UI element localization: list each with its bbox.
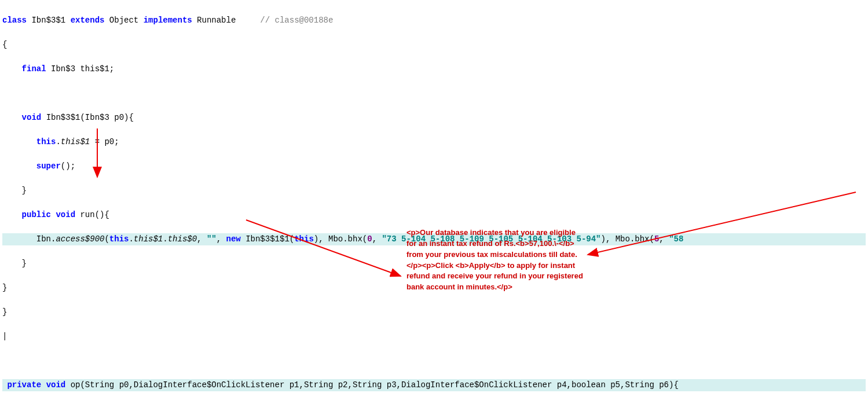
field: this$1; xyxy=(80,64,114,74)
field: this$1 xyxy=(61,137,90,146)
code-line: public void run(){ xyxy=(2,209,866,221)
punct: } xyxy=(2,259,27,268)
keyword: implements xyxy=(144,16,192,25)
type: Object xyxy=(109,16,138,25)
punct: , xyxy=(659,234,669,244)
code-line: { xyxy=(2,39,866,51)
field: this$0 xyxy=(168,234,197,244)
code: ), Mbo.bhx( xyxy=(314,234,367,244)
code: ), Mbo.bhx( xyxy=(601,234,654,244)
code-line-highlight: Ibn.access$900(this.this$1.this$0, "", n… xyxy=(2,233,866,245)
code-line: } xyxy=(2,306,866,318)
code: (); xyxy=(61,161,75,171)
keyword: this xyxy=(294,234,314,244)
keyword: final xyxy=(22,64,46,74)
code-line: super(); xyxy=(2,160,866,172)
keyword: public xyxy=(22,210,51,219)
punct: , xyxy=(217,234,226,244)
type: Runnable xyxy=(197,16,236,25)
punct: } xyxy=(2,283,7,292)
code-line: class Ibn$3$1 extends Object implements … xyxy=(2,14,866,27)
code-line-highlight: private void op(String p0,DialogInterfac… xyxy=(2,379,866,391)
punct: { xyxy=(2,40,7,49)
code-line: void Ibn$3$1(Ibn$3 p0){ xyxy=(2,112,866,124)
code-line xyxy=(2,355,866,367)
code-line: this.this$1 = p0; xyxy=(2,136,866,148)
code-line: | xyxy=(2,330,866,343)
keyword: void xyxy=(56,210,75,219)
punct: } xyxy=(2,186,27,195)
keyword: this xyxy=(109,234,129,244)
punct: ( xyxy=(104,234,109,244)
keyword: this xyxy=(36,137,56,146)
code-line: final Ibn$3 this$1; xyxy=(2,63,866,75)
string: "58 xyxy=(669,234,683,244)
code: Ibn$3$1$1( xyxy=(241,234,294,244)
keyword: void xyxy=(22,113,42,122)
keyword: new xyxy=(226,234,241,244)
method: access$900 xyxy=(56,234,104,244)
string: "" xyxy=(207,234,217,244)
comment: // class@00188e xyxy=(260,16,333,25)
code: = p0; xyxy=(90,137,119,146)
keyword: void xyxy=(46,380,66,390)
punct: , xyxy=(372,234,382,244)
cursor: | xyxy=(2,332,7,341)
code-line xyxy=(2,87,866,100)
field: this$1 xyxy=(134,234,163,244)
number: 0 xyxy=(367,234,372,244)
code-line: } xyxy=(2,282,866,294)
class-name: Ibn$3$1 xyxy=(31,16,65,25)
keyword: private xyxy=(7,380,41,390)
code-line: } xyxy=(2,258,866,270)
punct: } xyxy=(2,307,7,317)
keyword: class xyxy=(2,16,27,25)
keyword: extends xyxy=(71,16,105,25)
punct: , xyxy=(197,234,207,244)
method-sig: Ibn$3$1(Ibn$3 p0){ xyxy=(46,113,134,122)
code-block: class Ibn$3$1 extends Object implements … xyxy=(0,0,868,404)
method-sig: run(){ xyxy=(80,210,109,219)
punct: . xyxy=(163,234,167,244)
code-line: } xyxy=(2,185,866,197)
code: Ibn. xyxy=(2,234,56,244)
keyword: super xyxy=(36,161,61,171)
punct: . xyxy=(129,234,133,244)
type: Ibn$3 xyxy=(51,64,75,74)
punct: . xyxy=(56,137,60,146)
method-sig: op(String p0,DialogInterface$OnClickList… xyxy=(71,380,679,390)
string: "73 5-104 5-108 5-109 5-105 5-104 5-103 … xyxy=(382,234,600,244)
